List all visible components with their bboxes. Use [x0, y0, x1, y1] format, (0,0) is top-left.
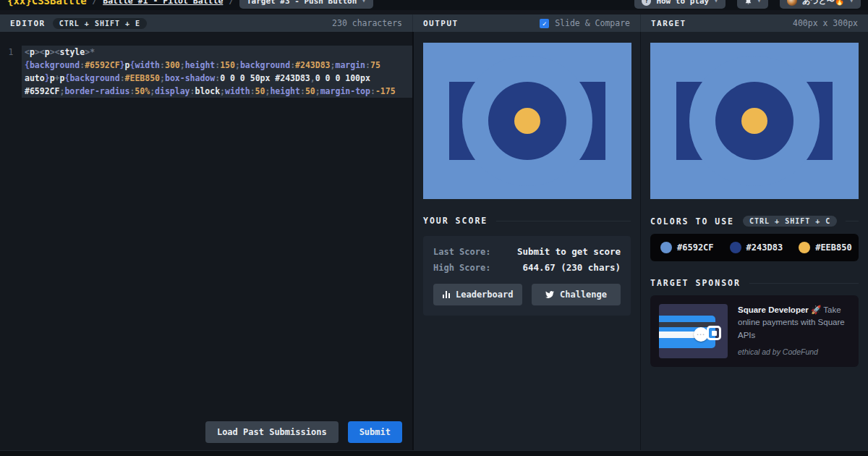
- user-menu-button[interactable]: あつと〜🔥 ▾: [780, 0, 861, 9]
- colors-to-use-heading: COLORS TO USE: [650, 216, 734, 227]
- how-to-play-button[interactable]: ? How to play ▾: [634, 0, 725, 9]
- color-swatch[interactable]: #6592CF: [660, 242, 714, 253]
- output-render: [423, 43, 631, 199]
- editor-label: EDITOR: [10, 19, 46, 28]
- heading-rule: [749, 283, 859, 284]
- color-hex-label: #EEB850: [815, 242, 852, 253]
- slide-compare-checkbox[interactable]: ✓: [540, 19, 549, 28]
- target-toolbar: TARGET 400px x 300px: [640, 14, 868, 32]
- rocket-emoji: 🚀: [809, 305, 824, 314]
- output-toolbar: OUTPUT ✓ Slide & Compare: [412, 14, 640, 32]
- target-dimensions: 400px x 300px: [793, 18, 858, 28]
- bell-icon: [744, 0, 752, 5]
- line-number: 1: [0, 46, 22, 98]
- heading-rule: [496, 221, 631, 221]
- color-swatch[interactable]: #243D83: [730, 242, 783, 253]
- high-score-label: High Score:: [433, 263, 490, 273]
- chevron-down-icon: ▾: [850, 0, 854, 4]
- heading-rule: [846, 221, 859, 221]
- challenge-label: Challenge: [560, 290, 607, 300]
- panel-toolbar: EDITOR CTRL + SHIFT + E 230 characters O…: [0, 14, 868, 32]
- color-hex-label: #243D83: [746, 242, 783, 253]
- output-panel: YOUR SCORE Last Score: Submit to get sco…: [412, 32, 640, 450]
- target-dropdown-label: Target #3 - Push Button: [247, 0, 357, 6]
- target-sponsor-heading: TARGET SPONSOR: [650, 278, 741, 288]
- color-dot: [799, 242, 810, 253]
- target-image: [650, 43, 859, 199]
- score-card: Last Score: Submit to get score High Sco…: [423, 236, 631, 316]
- color-swatch[interactable]: #EEB850: [799, 242, 852, 253]
- sponsor-title[interactable]: Square Developer: [738, 305, 809, 314]
- user-avatar: [787, 0, 797, 6]
- code-lines[interactable]: <p><p><style>*{background:#6592CF}p{widt…: [22, 46, 412, 98]
- sponsor-card[interactable]: ••• Square Developer 🚀 Take online payme…: [650, 295, 859, 367]
- editor-toolbar: EDITOR CTRL + SHIFT + E 230 characters: [0, 14, 412, 32]
- user-name: あつと〜🔥: [802, 0, 845, 7]
- cssbattle-logo[interactable]: {xx}CSSBattle: [7, 0, 87, 7]
- your-score-heading: YOUR SCORE: [423, 216, 488, 226]
- last-score-value: Submit to get score: [517, 246, 621, 257]
- card-button-graphic: •••: [694, 327, 708, 342]
- editor-shortcut-pill: CTRL + SHIFT + E: [53, 18, 147, 29]
- sponsor-ad-image: •••: [659, 304, 728, 358]
- color-hex-label: #6592CF: [677, 242, 714, 253]
- target-label: TARGET: [651, 19, 686, 28]
- how-to-play-label: How to play: [656, 0, 709, 6]
- editor-panel: 1 <p><p><style>*{background:#6592CF}p{wi…: [0, 32, 412, 450]
- submit-button[interactable]: Submit: [348, 421, 402, 443]
- question-icon: ?: [642, 0, 651, 6]
- slide-compare-label: Slide & Compare: [555, 18, 630, 28]
- challenge-button[interactable]: Challenge: [532, 284, 621, 305]
- twitter-icon: [545, 290, 554, 299]
- output-label: OUTPUT: [423, 19, 459, 28]
- colors-shortcut-pill: CTRL + SHIFT + C: [743, 216, 837, 227]
- chevron-down-icon: ▾: [757, 0, 761, 4]
- high-score-value: 644.67 (230 chars): [523, 262, 621, 273]
- chevron-down-icon: ▾: [362, 0, 365, 4]
- color-dot: [660, 242, 672, 253]
- color-swatches: #6592CF#243D83#EEB850: [650, 234, 859, 261]
- breadcrumb-separator: /: [229, 0, 234, 6]
- leaderboard-label: Leaderboard: [456, 290, 513, 300]
- square-logo-icon: [707, 326, 721, 340]
- breadcrumb-battle-link[interactable]: Battle #1 - Pilot Battle: [103, 0, 223, 6]
- color-dot: [730, 242, 741, 253]
- last-score-label: Last Score:: [433, 247, 490, 257]
- character-count: 230 characters: [332, 18, 402, 28]
- load-past-submissions-button[interactable]: Load Past Submissions: [205, 421, 339, 443]
- bar-chart-icon: [443, 291, 451, 298]
- notifications-button[interactable]: ▾: [737, 0, 768, 9]
- target-dropdown[interactable]: Target #3 - Push Button ▾: [239, 0, 373, 9]
- leaderboard-button[interactable]: Leaderboard: [433, 284, 522, 305]
- target-panel: COLORS TO USE CTRL + SHIFT + C #6592CF#2…: [640, 32, 868, 450]
- chevron-down-icon: ▾: [714, 0, 718, 4]
- sponsor-attribution[interactable]: ethical ad by CodeFund: [738, 347, 850, 358]
- top-header: {xx}CSSBattle / Battle #1 - Pilot Battle…: [0, 0, 868, 10]
- breadcrumb-separator: /: [93, 0, 98, 6]
- footer-strip: [0, 450, 868, 456]
